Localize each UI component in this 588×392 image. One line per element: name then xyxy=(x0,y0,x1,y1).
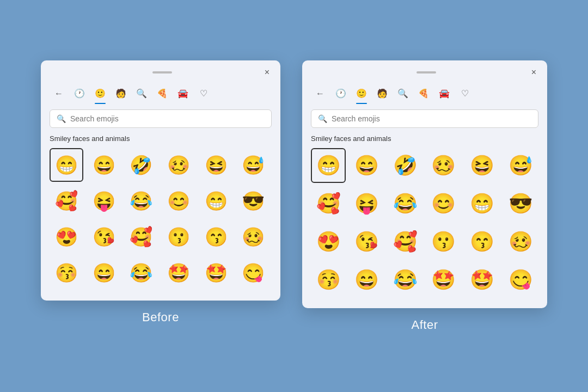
emoji-cell[interactable]: 😎 xyxy=(503,186,538,221)
emoji-cell[interactable]: 🥴 xyxy=(426,148,461,183)
emoji-cell[interactable]: 😅 xyxy=(236,148,270,182)
emoji-cell[interactable]: 😄 xyxy=(350,148,384,183)
before-nav-recent[interactable]: 🕐 xyxy=(70,84,89,103)
before-emoji-grid: 😁 😄 🤣 🥴 😆 😅 🥰 😝 😂 😊 😁 😎 😍 😘 xyxy=(41,148,280,290)
emoji-cell[interactable]: 🥰 xyxy=(124,220,158,254)
emoji-cell[interactable]: 😙 xyxy=(465,224,500,259)
after-section-title: Smiley faces and animals xyxy=(302,134,547,148)
emoji-cell[interactable]: 🥴 xyxy=(503,224,538,259)
emoji-cell[interactable]: 🤩 xyxy=(465,262,500,297)
emoji-cell[interactable]: 🤣 xyxy=(124,148,158,182)
after-emoji-grid: 😁 😄 🤣 🥴 😆 😅 🥰 😝 😂 😊 😁 😎 😍 😘 xyxy=(302,148,547,297)
emoji-cell[interactable]: 😊 xyxy=(162,184,195,218)
before-nav-smiley[interactable]: 🙂 xyxy=(91,84,109,103)
emoji-cell[interactable]: 🤩 xyxy=(199,256,233,290)
after-panel-wrapper: × ← 🕐 🙂 🧑 🔍 🍕 🚘 ♡ 🔍 xyxy=(302,60,547,332)
emoji-cell[interactable]: 😗 xyxy=(426,224,461,259)
after-search-icon: 🔍 xyxy=(318,114,327,123)
after-nav-people[interactable]: 🧑 xyxy=(373,84,391,103)
before-titlebar-center xyxy=(63,71,262,74)
before-nav-food[interactable]: 🍕 xyxy=(153,84,171,103)
emoji-cell[interactable]: 😍 xyxy=(50,220,83,254)
after-nav-search[interactable]: 🔍 xyxy=(394,84,412,103)
emoji-cell[interactable]: 😝 xyxy=(350,186,384,221)
emoji-cell[interactable]: 😘 xyxy=(350,224,384,259)
before-search-icon: 🔍 xyxy=(57,114,66,123)
before-label: Before xyxy=(142,310,179,324)
before-nav: ← 🕐 🙂 🧑 🔍 🍕 🚘 ♡ xyxy=(41,82,280,107)
emoji-cell[interactable]: 😚 xyxy=(50,256,83,290)
emoji-cell[interactable]: 😚 xyxy=(311,262,346,297)
emoji-cell[interactable]: 😁 xyxy=(199,184,233,218)
before-titlebar: × xyxy=(41,60,280,82)
before-nav-back[interactable]: ← xyxy=(50,84,68,103)
emoji-cell[interactable]: 😂 xyxy=(388,262,422,297)
after-label: After xyxy=(412,318,438,332)
emoji-cell[interactable]: 😙 xyxy=(199,220,233,254)
emoji-cell[interactable]: 😄 xyxy=(350,262,384,297)
emoji-cell[interactable]: 😂 xyxy=(124,256,158,290)
emoji-cell[interactable]: 😆 xyxy=(199,148,233,182)
before-nav-symbols[interactable]: ♡ xyxy=(194,84,213,103)
emoji-cell[interactable]: 😗 xyxy=(162,220,195,254)
emoji-cell[interactable]: 😁 xyxy=(465,186,500,221)
emoji-cell[interactable]: 😋 xyxy=(503,262,538,297)
after-search-box[interactable]: 🔍 xyxy=(311,109,538,128)
after-nav-symbols[interactable]: ♡ xyxy=(456,84,474,103)
emoji-cell[interactable]: 😝 xyxy=(87,184,121,218)
emoji-cell[interactable]: 😊 xyxy=(426,186,461,221)
before-titlebar-handle xyxy=(152,71,172,74)
emoji-cell[interactable]: 🥴 xyxy=(236,220,270,254)
emoji-cell[interactable]: 🥰 xyxy=(50,184,83,218)
before-search-input[interactable] xyxy=(70,114,265,123)
before-search-box[interactable]: 🔍 xyxy=(50,109,272,128)
emoji-cell[interactable]: 😆 xyxy=(465,148,500,183)
before-panel-wrapper: × ← 🕐 🙂 🧑 🔍 🍕 🚘 ♡ 🔍 xyxy=(41,60,280,324)
emoji-cell[interactable]: 😂 xyxy=(388,186,422,221)
emoji-cell[interactable]: 🤩 xyxy=(162,256,195,290)
after-nav: ← 🕐 🙂 🧑 🔍 🍕 🚘 ♡ xyxy=(302,82,547,107)
emoji-cell[interactable]: 😄 xyxy=(87,148,121,182)
emoji-cell[interactable]: 🥰 xyxy=(311,186,346,221)
before-close-button[interactable]: × xyxy=(262,67,272,78)
emoji-cell[interactable]: 🥰 xyxy=(388,224,422,259)
after-titlebar-center xyxy=(324,71,529,74)
before-section-title: Smiley faces and animals xyxy=(41,134,280,148)
after-close-button[interactable]: × xyxy=(529,67,538,78)
emoji-cell[interactable]: 😁 xyxy=(50,148,83,182)
emoji-cell[interactable]: 🤣 xyxy=(388,148,422,183)
emoji-cell[interactable]: 😁 xyxy=(311,148,346,183)
after-nav-smiley[interactable]: 🙂 xyxy=(352,84,371,103)
emoji-cell[interactable]: 😘 xyxy=(87,220,121,254)
after-titlebar-handle xyxy=(416,71,436,74)
emoji-cell[interactable]: 😍 xyxy=(311,224,346,259)
emoji-cell[interactable]: 🥴 xyxy=(162,148,195,182)
after-emoji-picker: × ← 🕐 🙂 🧑 🔍 🍕 🚘 ♡ 🔍 xyxy=(302,60,547,308)
panels-row: × ← 🕐 🙂 🧑 🔍 🍕 🚘 ♡ 🔍 xyxy=(41,60,547,332)
before-emoji-picker: × ← 🕐 🙂 🧑 🔍 🍕 🚘 ♡ 🔍 xyxy=(41,60,280,301)
before-nav-people[interactable]: 🧑 xyxy=(112,84,130,103)
after-search-input[interactable] xyxy=(332,114,531,123)
emoji-cell[interactable]: 🤩 xyxy=(426,262,461,297)
after-nav-food[interactable]: 🍕 xyxy=(414,84,433,103)
before-nav-travel[interactable]: 🚘 xyxy=(174,84,192,103)
emoji-cell[interactable]: 😎 xyxy=(236,184,270,218)
emoji-cell[interactable]: 😂 xyxy=(124,184,158,218)
after-nav-back[interactable]: ← xyxy=(311,84,329,103)
after-titlebar: × xyxy=(302,60,547,82)
emoji-cell[interactable]: 😄 xyxy=(87,256,121,290)
comparison-container: × ← 🕐 🙂 🧑 🔍 🍕 🚘 ♡ 🔍 xyxy=(0,0,588,392)
after-nav-recent[interactable]: 🕐 xyxy=(332,84,350,103)
emoji-cell[interactable]: 😅 xyxy=(503,148,538,183)
emoji-cell[interactable]: 😋 xyxy=(236,256,270,290)
before-nav-search[interactable]: 🔍 xyxy=(132,84,151,103)
after-nav-travel[interactable]: 🚘 xyxy=(435,84,454,103)
